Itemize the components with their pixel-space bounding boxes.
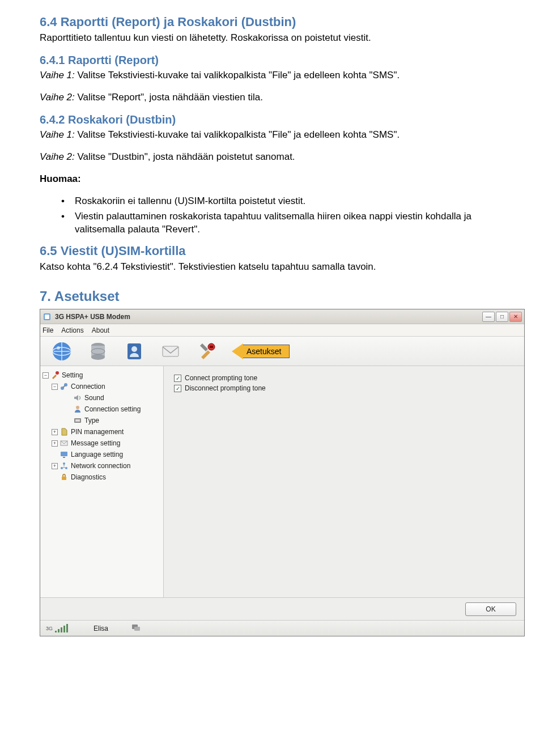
- expand-icon[interactable]: +: [52, 463, 58, 469]
- tree-language-setting[interactable]: Language setting: [42, 449, 161, 460]
- tree-pin-management[interactable]: + PIN management: [42, 426, 161, 438]
- tree-label: PIN management: [71, 428, 124, 436]
- svg-rect-26: [62, 477, 66, 480]
- minimize-button[interactable]: —: [482, 312, 495, 322]
- step-prefix: Vaihe 1:: [40, 129, 77, 140]
- main-panel: ✓ Connect prompting tone ✓ Disconnect pr…: [164, 366, 524, 597]
- tree-type[interactable]: Type: [42, 415, 161, 426]
- heading-7: 7. Asetukset: [40, 288, 504, 304]
- svg-rect-13: [210, 346, 213, 348]
- tree-connection-setting[interactable]: Connection setting: [42, 404, 161, 415]
- menu-actions[interactable]: Actions: [61, 326, 83, 334]
- callout-label: Asetukset: [243, 345, 290, 358]
- tree-message-setting[interactable]: + Message setting: [42, 438, 161, 449]
- sim-icon: [60, 427, 69, 436]
- heading-6-4-2: 6.4.2 Roskakori (Dustbin): [40, 113, 504, 126]
- paragraph: Vaihe 2: Valitse "Dustbin", josta nähdää…: [40, 151, 504, 164]
- checkbox-connect-tone[interactable]: ✓ Connect prompting tone: [174, 374, 514, 382]
- tree-sidebar: − Setting − Connection Sound: [40, 366, 164, 597]
- svg-point-14: [56, 371, 59, 375]
- sound-icon: [73, 393, 82, 402]
- tree-connection[interactable]: − Connection: [42, 381, 161, 392]
- svg-rect-30: [63, 626, 65, 632]
- menubar: File Actions About: [40, 324, 524, 337]
- ok-button[interactable]: OK: [465, 602, 516, 616]
- carrier-label: Elisa: [94, 625, 108, 632]
- tree-label: Language setting: [71, 451, 123, 458]
- step-text: Valitse "Dustbin", josta nähdään poistet…: [77, 151, 295, 162]
- expand-icon[interactable]: +: [52, 429, 58, 435]
- tree-label: Type: [84, 417, 99, 424]
- database-icon[interactable]: [87, 340, 109, 363]
- globe-icon[interactable]: [50, 340, 73, 363]
- heading-6-4-1: 6.4.1 Raportti (Report): [40, 54, 504, 67]
- arrow-tip: [232, 343, 243, 359]
- type-icon: [73, 416, 82, 425]
- paragraph: Vaihe 2: Valitse "Report", josta nähdään…: [40, 91, 504, 104]
- heading-6-5: 6.5 Viestit (U)SIM-kortilla: [40, 244, 504, 258]
- menu-file[interactable]: File: [42, 326, 53, 334]
- titlebar[interactable]: 3G HSPA+ USB Modem — □ ✕: [40, 309, 524, 324]
- tree-sound[interactable]: Sound: [42, 392, 161, 404]
- callout-arrow: Asetukset: [232, 343, 290, 359]
- content-area: − Setting − Connection Sound: [40, 366, 524, 597]
- tree-setting[interactable]: − Setting: [42, 369, 161, 381]
- toolbar: Asetukset: [40, 337, 524, 366]
- checkbox-disconnect-tone[interactable]: ✓ Disconnect prompting tone: [174, 384, 514, 392]
- note-list: Roskakoriin ei tallennu (U)SIM-kortilta …: [40, 195, 504, 236]
- window-controls: — □ ✕: [481, 312, 522, 322]
- checkbox-icon[interactable]: ✓: [174, 375, 181, 382]
- person-icon: [73, 405, 82, 414]
- envelope-icon[interactable]: [159, 340, 182, 363]
- network-status-icon: [131, 623, 141, 633]
- spacer: [65, 406, 71, 413]
- collapse-icon[interactable]: −: [52, 384, 58, 390]
- svg-rect-33: [134, 627, 140, 631]
- tools-icon[interactable]: [196, 340, 218, 363]
- connection-icon: [60, 382, 69, 391]
- paragraph: Raporttitieto tallentuu kun viesti on lä…: [40, 32, 504, 45]
- svg-point-4: [57, 346, 60, 350]
- app-icon: [42, 312, 52, 321]
- svg-rect-31: [66, 624, 68, 632]
- tree-label: Sound: [84, 394, 104, 402]
- tree-label: Diagnostics: [71, 473, 106, 481]
- svg-point-10: [131, 346, 137, 352]
- step-prefix: Vaihe 2:: [40, 92, 77, 103]
- svg-point-7: [91, 354, 105, 360]
- menu-about[interactable]: About: [92, 326, 109, 334]
- spacer: [65, 395, 71, 401]
- tree-network-connection[interactable]: + Network connection: [42, 460, 161, 472]
- list-item: Roskakoriin ei tallennu (U)SIM-kortilta …: [61, 195, 504, 208]
- checkbox-label: Connect prompting tone: [185, 374, 257, 382]
- spacer: [52, 452, 58, 458]
- heading-6-4: 6.4 Raportti (Report) ja Roskakori (Dust…: [40, 15, 504, 29]
- step-prefix: Vaihe 1:: [40, 70, 77, 80]
- signal-bars-icon: [54, 624, 71, 633]
- monitor-icon: [60, 450, 69, 459]
- svg-point-23: [61, 467, 63, 469]
- close-button[interactable]: ✕: [509, 312, 522, 322]
- tree-label: Network connection: [71, 462, 130, 470]
- svg-point-24: [65, 467, 67, 469]
- expand-icon[interactable]: +: [52, 440, 58, 447]
- svg-rect-22: [63, 457, 65, 458]
- network-icon: [60, 461, 69, 470]
- tree-label: Connection: [71, 383, 105, 390]
- step-text: Valitse "Report", josta nähdään viestien…: [77, 92, 262, 103]
- collapse-icon[interactable]: −: [42, 372, 49, 379]
- tools-small-icon: [50, 371, 60, 380]
- contacts-icon[interactable]: [123, 340, 146, 363]
- spacer: [52, 474, 58, 481]
- window-title: 3G HSPA+ USB Modem: [55, 313, 481, 321]
- maximize-button[interactable]: □: [496, 312, 508, 322]
- paragraph: Vaihe 1: Valitse Tekstiviesti-kuvake tai…: [40, 69, 504, 82]
- svg-rect-11: [163, 346, 178, 356]
- app-window: 3G HSPA+ USB Modem — □ ✕ File Actions Ab…: [40, 309, 525, 636]
- tree-diagnostics[interactable]: Diagnostics: [42, 472, 161, 483]
- spacer: [65, 418, 71, 424]
- svg-rect-27: [55, 631, 57, 632]
- checkbox-icon[interactable]: ✓: [174, 385, 181, 392]
- step-prefix: Vaihe 2:: [40, 151, 77, 162]
- svg-rect-28: [58, 629, 60, 632]
